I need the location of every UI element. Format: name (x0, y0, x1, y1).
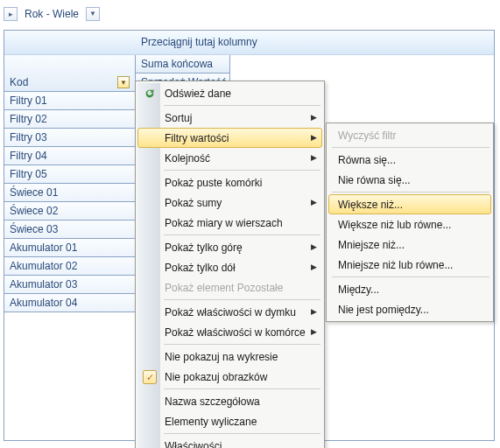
row-axis-header[interactable]: Kod ▼ (4, 55, 136, 92)
submenu-item-equals[interactable]: Równa się... (328, 150, 491, 170)
menu-separator (332, 192, 489, 192)
menu-item-order[interactable]: Kolejność (137, 148, 322, 168)
table-row[interactable]: Filtry 05 (4, 165, 136, 184)
menu-item-properties[interactable]: Właściwości (137, 436, 322, 448)
menu-item-props-cell[interactable]: Pokaż właściwości w komórce (137, 322, 322, 342)
menu-separator (332, 276, 489, 277)
checked-icon: ✓ (142, 369, 158, 385)
refresh-icon (142, 86, 158, 102)
menu-item-show-top[interactable]: Pokaż tylko górę (137, 237, 322, 257)
menu-item-calc-elements[interactable]: Elementy wyliczane (137, 411, 322, 431)
drop-columns-area[interactable]: Przeciągnij tutaj kolumny (4, 31, 494, 55)
menu-item-show-sums[interactable]: Pokaż sumy (137, 192, 322, 213)
table-row[interactable]: Akumulator 02 (4, 257, 136, 276)
menu-item-show-empty[interactable]: Pokaż puste komórki (137, 172, 322, 192)
context-menu: Odśwież dane Sortuj Filtry wartości Kole… (135, 80, 325, 448)
submenu-item-not-equals[interactable]: Nie równa się... (328, 170, 491, 190)
field-dropdown-icon[interactable]: ▼ (86, 7, 100, 21)
table-row[interactable]: Świece 01 (4, 184, 136, 202)
chevron-right-icon[interactable]: ▸ (4, 7, 18, 21)
value-filters-submenu: Wyczyść filtr Równa się... Nie równa się… (326, 122, 494, 322)
table-row[interactable]: Filtry 01 (4, 92, 136, 110)
menu-separator (164, 170, 320, 171)
table-row[interactable]: Filtry 03 (4, 129, 136, 147)
menu-item-hide-chart[interactable]: Nie pokazuj na wykresie (137, 346, 322, 367)
submenu-item-greater-than[interactable]: Większe niż... (328, 194, 491, 214)
submenu-item-not-between[interactable]: Nie jest pomiędzy... (328, 299, 491, 319)
row-header-label: Kod (10, 76, 28, 88)
menu-item-show-bottom[interactable]: Pokaż tylko dół (137, 257, 322, 277)
menu-item-sort[interactable]: Sortuj (137, 108, 322, 128)
table-row[interactable]: Akumulator 04 (4, 294, 136, 312)
menu-separator (164, 388, 320, 389)
table-row[interactable]: Filtry 04 (4, 147, 136, 165)
field-chooser-bar: ▸ Rok - Wiele ▼ (4, 4, 496, 24)
menu-item-measures-rows[interactable]: Pokaż miary w wierszach (137, 213, 322, 233)
menu-separator (164, 344, 320, 345)
table-row[interactable]: Świece 03 (4, 220, 136, 239)
submenu-item-greater-equal[interactable]: Większe niż lub równe... (328, 214, 491, 234)
menu-separator (164, 234, 320, 235)
menu-separator (332, 147, 489, 148)
menu-item-props-tooltip[interactable]: Pokaż właściwości w dymku (137, 302, 322, 322)
submenu-item-less-equal[interactable]: Mniejsze niż lub równe... (328, 255, 491, 275)
menu-separator (164, 299, 320, 300)
menu-item-show-rest: Pokaż element Pozostałe (137, 277, 322, 298)
submenu-item-clear: Wyczyść filtr (328, 125, 491, 145)
table-row[interactable]: Świece 02 (4, 202, 136, 220)
menu-item-refresh[interactable]: Odśwież dane (137, 83, 322, 103)
submenu-item-less-than[interactable]: Mniejsze niż... (328, 234, 491, 255)
table-row[interactable]: Filtry 02 (4, 110, 136, 129)
field-label: Rok - Wiele (25, 8, 79, 20)
menu-separator (164, 105, 320, 106)
menu-item-hide-images[interactable]: ✓ Nie pokazuj obrazków (137, 367, 322, 387)
menu-item-detail-name[interactable]: Nazwa szczegółowa (137, 391, 322, 411)
row-header-dropdown-icon[interactable]: ▼ (117, 76, 130, 88)
row-axis-column: Kod ▼ Filtry 01Filtry 02Filtry 03Filtry … (4, 55, 136, 312)
menu-item-value-filters[interactable]: Filtry wartości (137, 128, 322, 148)
table-row[interactable]: Akumulator 03 (4, 276, 136, 294)
table-row[interactable]: Akumulator 01 (4, 239, 136, 257)
column-header[interactable]: Suma końcowa (136, 55, 230, 74)
menu-separator (164, 433, 320, 434)
submenu-item-between[interactable]: Między... (328, 279, 491, 299)
